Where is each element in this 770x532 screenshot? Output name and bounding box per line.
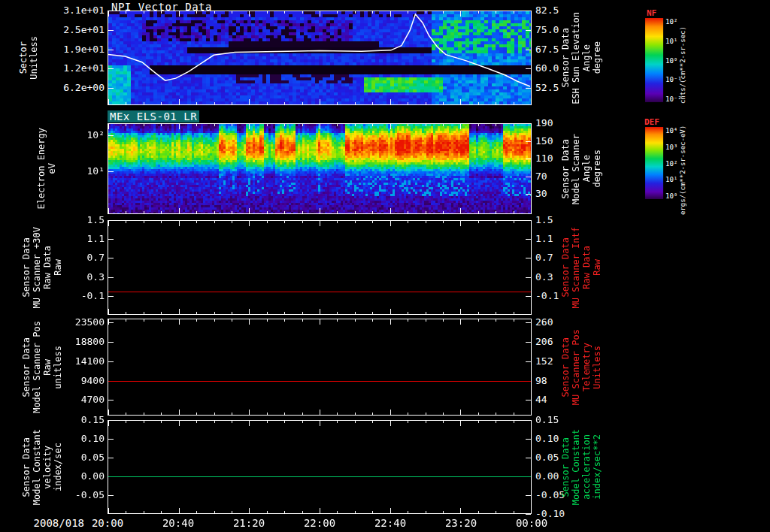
x-tick-mark xyxy=(390,221,391,226)
x-tick-mark xyxy=(126,211,126,213)
x-tick-mark xyxy=(126,312,126,314)
y-tick-mark xyxy=(526,11,531,11)
x-axis-time-label: 20:00 xyxy=(85,517,130,529)
x-tick-mark xyxy=(478,421,479,423)
axis-label-line: Angle xyxy=(581,155,592,182)
x-tick-mark xyxy=(355,11,356,14)
x-tick-mark xyxy=(408,511,408,513)
y-tick-mark xyxy=(108,322,114,323)
x-tick-mark xyxy=(161,511,162,513)
x-tick-mark xyxy=(372,511,373,513)
x-tick-mark xyxy=(179,124,180,129)
x-tick-mark xyxy=(390,208,391,213)
x-tick-mark xyxy=(460,11,461,17)
x-tick-mark xyxy=(144,211,144,213)
x-tick-mark xyxy=(320,124,320,129)
x-tick-mark xyxy=(355,421,356,423)
x-tick-mark xyxy=(337,102,338,104)
x-tick-mark xyxy=(108,99,109,104)
panel3-left-axis-label: Sensor DataModel Scanner PosRawunitless xyxy=(21,319,63,416)
x-tick-mark xyxy=(531,208,532,213)
x-tick-mark xyxy=(144,413,144,415)
x-tick-mark xyxy=(443,312,444,314)
axis-label-line: Raw Data xyxy=(581,246,592,289)
x-tick-mark xyxy=(267,319,268,322)
x-tick-mark xyxy=(390,11,391,17)
axis-label-line: MU Scanner Intf xyxy=(571,227,581,308)
x-tick-mark xyxy=(443,102,444,104)
panel0-left-tick-label: 2.5e+01 xyxy=(44,24,105,35)
x-tick-mark xyxy=(320,319,320,325)
x-tick-mark xyxy=(443,413,444,415)
x-tick-mark xyxy=(478,312,479,314)
x-tick-mark xyxy=(496,11,496,14)
axis-label-line: Raw Data xyxy=(42,246,53,289)
x-tick-mark xyxy=(531,124,532,129)
x-tick-mark xyxy=(390,99,391,104)
panel0-left-tick-label: 1.2e+01 xyxy=(44,62,105,74)
x-tick-mark xyxy=(408,211,408,213)
x-tick-mark xyxy=(161,312,162,314)
x-tick-mark xyxy=(302,413,303,415)
x-tick-mark xyxy=(161,102,162,104)
x-tick-mark xyxy=(232,511,232,513)
x-tick-mark xyxy=(214,11,215,14)
x-tick-mark xyxy=(196,11,197,14)
x-tick-mark xyxy=(372,102,373,104)
x-tick-mark xyxy=(531,410,532,415)
panel0-left-tick-label: 6.2e+00 xyxy=(44,82,105,93)
x-tick-mark xyxy=(514,511,514,513)
x-tick-mark xyxy=(249,208,250,213)
x-tick-mark xyxy=(196,124,197,126)
x-tick-mark xyxy=(514,124,514,126)
x-tick-mark xyxy=(478,124,479,126)
panel0-left-tick-label: 3.1e+01 xyxy=(44,5,105,16)
x-tick-mark xyxy=(390,319,391,325)
y-tick-mark xyxy=(108,495,114,496)
x-tick-mark xyxy=(249,11,250,17)
axis-label-line: Sensor Data xyxy=(21,237,32,297)
x-tick-mark xyxy=(126,221,126,223)
y-tick-mark xyxy=(526,439,531,440)
panel3-constant-line xyxy=(108,381,531,382)
x-tick-mark xyxy=(108,124,109,129)
x-tick-mark xyxy=(214,312,215,314)
def-colorbar-title: DEF xyxy=(644,117,659,127)
y-tick-mark xyxy=(526,50,531,50)
axis-label-line: MU Scanner Pos xyxy=(571,329,581,405)
axis-label-line: Model Scanner Pos xyxy=(32,321,42,413)
axis-label-line: Sensor Data xyxy=(21,337,32,397)
def-colorbar-unit-label: ergs/(cm**2-sr-sec-eV) xyxy=(679,114,687,215)
x-tick-mark xyxy=(249,319,250,325)
y-tick-mark xyxy=(108,30,114,31)
x-tick-mark xyxy=(161,221,162,223)
panel3-right-axis-label: Sensor DataMU Scanner PosTelemetryUnitle… xyxy=(560,319,602,416)
x-tick-mark xyxy=(232,413,232,415)
x-tick-mark xyxy=(179,11,180,17)
x-tick-mark xyxy=(284,413,285,415)
x-tick-mark xyxy=(355,312,356,314)
x-axis-time-label: 22:00 xyxy=(297,517,342,529)
x-tick-mark xyxy=(337,221,338,223)
x-tick-mark xyxy=(302,319,303,322)
panel0-left-tick-label: 1.9e+01 xyxy=(44,44,105,55)
y-tick-mark xyxy=(108,171,114,172)
x-tick-mark xyxy=(179,208,180,213)
panel0-right-axis-label: Sensor DataESH Sun ElevationAngledegree xyxy=(560,11,602,105)
y-tick-mark xyxy=(526,342,531,343)
x-tick-mark xyxy=(302,221,303,223)
x-tick-mark xyxy=(144,221,144,223)
x-tick-mark xyxy=(355,413,356,415)
x-tick-mark xyxy=(267,511,268,513)
x-tick-mark xyxy=(284,511,285,513)
x-tick-mark xyxy=(144,11,144,14)
els-spectrogram-panel xyxy=(108,123,532,214)
x-tick-mark xyxy=(408,421,408,423)
x-tick-mark xyxy=(496,124,496,126)
x-tick-mark xyxy=(443,124,444,126)
x-tick-mark xyxy=(531,221,532,226)
x-tick-mark xyxy=(214,102,215,104)
axis-label-line: Sensor Data xyxy=(21,437,32,497)
x-tick-mark xyxy=(284,312,285,314)
x-tick-mark xyxy=(302,312,303,314)
